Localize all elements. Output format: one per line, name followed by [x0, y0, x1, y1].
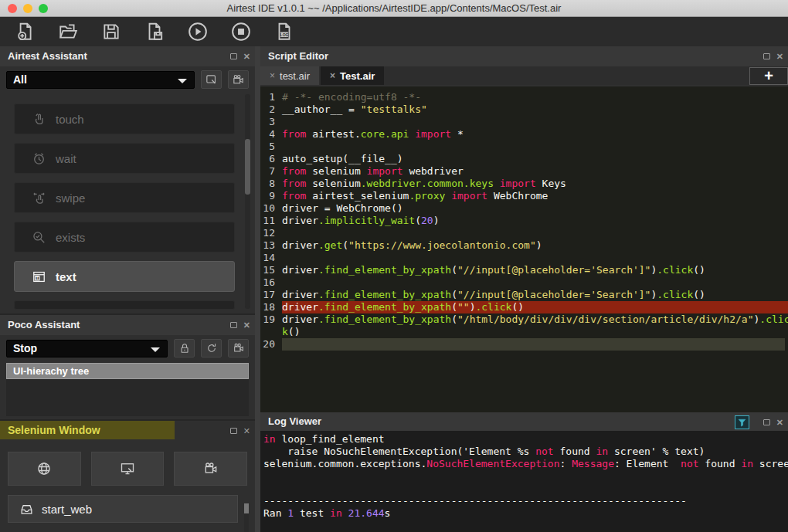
action-swipe-button[interactable]: swipe — [14, 182, 235, 213]
log-line: raise NoSuchElementException('Element %s… — [263, 446, 788, 458]
scrollbar-thumb[interactable] — [244, 503, 249, 513]
ui-hierarchy-tree-header[interactable]: UI-hierachy tree — [6, 363, 249, 379]
poco-assistant-panel: Poco Assistant ✕ Stop — [0, 315, 255, 419]
right-area: Script Editor ✕ × test.air × Test.air + … — [260, 46, 788, 532]
code-row: 2__author__ = "testtalks" — [260, 103, 788, 116]
close-panel-icon[interactable]: ✕ — [776, 418, 783, 427]
line-number: 6 — [260, 153, 282, 165]
open-browser-button[interactable] — [8, 452, 81, 486]
code-row: 10driver = WebChrome() — [260, 202, 788, 215]
line-number — [260, 326, 282, 338]
tab-close-icon[interactable]: × — [330, 70, 335, 81]
code-row: 14 — [260, 252, 788, 264]
close-panel-icon[interactable]: ✕ — [243, 321, 250, 330]
line-number: 4 — [260, 128, 282, 141]
video-camera-icon — [203, 461, 219, 476]
run-script-button[interactable] — [185, 20, 210, 43]
float-panel-icon[interactable] — [763, 53, 770, 59]
new-file-button[interactable] — [12, 20, 37, 43]
action-partial-button[interactable] — [14, 300, 235, 310]
line-number: 15 — [260, 264, 282, 276]
float-panel-icon[interactable] — [763, 419, 770, 425]
refresh-tree-button[interactable] — [201, 339, 222, 357]
code-area[interactable]: 1# -*- encoding=utf8 -*-2__author__ = "t… — [260, 86, 788, 412]
line-number: 10 — [260, 202, 282, 215]
save-as-button[interactable] — [142, 20, 167, 43]
log-line: in loop_find_element — [263, 433, 788, 446]
tab-label: test.air — [280, 70, 310, 82]
line-number: 12 — [260, 227, 282, 239]
float-panel-icon[interactable] — [230, 53, 237, 59]
line-number: 17 — [260, 289, 282, 301]
poco-mode-dropdown[interactable]: Stop — [6, 340, 168, 357]
save-icon — [101, 22, 121, 42]
action-wait-button[interactable]: wait — [14, 143, 235, 174]
scrollbar-thumb[interactable] — [245, 139, 250, 195]
float-panel-icon[interactable] — [230, 428, 237, 434]
line-number: 1 — [260, 91, 282, 103]
dock-splitter[interactable] — [255, 46, 260, 532]
line-number: 8 — [260, 178, 282, 190]
open-file-button[interactable] — [56, 20, 80, 43]
selenium-toolbar — [8, 452, 247, 486]
new-file-icon — [15, 22, 35, 42]
ui-hierarchy-tree-area[interactable] — [6, 379, 249, 416]
selenium-scrollbar[interactable] — [244, 503, 249, 532]
snapshot-button[interactable] — [201, 70, 222, 89]
line-number: 2 — [260, 103, 282, 116]
code-row: 20 — [260, 338, 788, 351]
selenium-record-button[interactable] — [174, 452, 247, 486]
log-output[interactable]: in loop_find_element raise NoSuchElement… — [260, 431, 788, 532]
float-panel-icon[interactable] — [230, 322, 237, 328]
action-label: touch — [56, 113, 84, 126]
line-number: 5 — [260, 141, 282, 153]
tab-test-air[interactable]: × test.air — [260, 66, 321, 85]
tab-close-icon[interactable]: × — [270, 70, 275, 81]
code-row: 19driver.find_element_by_xpath("/html/bo… — [260, 313, 788, 326]
lock-button[interactable] — [174, 339, 195, 357]
inspect-element-button[interactable] — [91, 452, 165, 486]
monitor-select-icon — [120, 461, 135, 476]
record-button[interactable] — [228, 70, 249, 89]
log-viewer-panel: Log Viewer ✕ in loop_find_element raise … — [260, 412, 788, 532]
airtest-action-list: touch wait swipe — [0, 90, 255, 313]
view-log-button[interactable]: LOG — [272, 20, 297, 43]
code-row: 9from airtest_selenium.proxy import WebC… — [260, 190, 788, 202]
airtest-ide-window: Airtest IDE v1.0.1 ~~ /Applications/Airt… — [0, 0, 788, 532]
action-text-button[interactable]: T text — [14, 261, 235, 292]
close-panel-icon[interactable]: ✕ — [243, 427, 250, 435]
line-number: 9 — [260, 190, 282, 202]
action-exists-button[interactable]: exists — [14, 222, 235, 252]
line-number: 7 — [260, 165, 282, 178]
selenium-window-header: Selenium Window ✕ — [0, 421, 255, 441]
start-web-label: start_web — [42, 503, 92, 516]
chevron-down-icon — [151, 347, 160, 352]
close-panel-icon[interactable]: ✕ — [776, 53, 783, 61]
magnifier-check-icon — [32, 230, 46, 245]
tab-Test-air[interactable]: × Test.air — [321, 66, 386, 85]
close-panel-icon[interactable]: ✕ — [243, 53, 250, 61]
panel-title: Airtest Assistant — [8, 50, 87, 62]
titlebar: Airtest IDE v1.0.1 ~~ /Applications/Airt… — [0, 0, 788, 17]
action-touch-button[interactable]: touch — [14, 103, 235, 134]
log-filter-button[interactable] — [735, 415, 749, 429]
airtest-assistant-header: Airtest Assistant ✕ — [0, 46, 255, 66]
poco-assistant-header: Poco Assistant ✕ — [0, 315, 255, 335]
svg-text:LOG: LOG — [280, 32, 289, 37]
api-filter-value: All — [13, 73, 27, 86]
poco-record-button[interactable] — [228, 339, 249, 357]
chevron-down-icon — [178, 79, 187, 83]
new-tab-button[interactable]: + — [749, 67, 788, 85]
main-toolbar: LOG — [0, 17, 788, 46]
code-row: 6auto_setup(__file__) — [260, 153, 788, 165]
start-web-button[interactable]: start_web — [8, 495, 238, 523]
code-row: 5 — [260, 141, 788, 153]
text-window-icon: T — [32, 269, 46, 284]
code-row: 4from airtest.core.api import * — [260, 128, 788, 141]
save-button[interactable] — [99, 20, 124, 43]
airtest-scrollbar[interactable] — [245, 94, 250, 309]
api-filter-dropdown[interactable]: All — [6, 71, 195, 89]
log-line: Ran 1 test in 21.644s — [263, 507, 788, 520]
stop-script-button[interactable] — [229, 20, 253, 43]
play-icon — [187, 21, 209, 42]
